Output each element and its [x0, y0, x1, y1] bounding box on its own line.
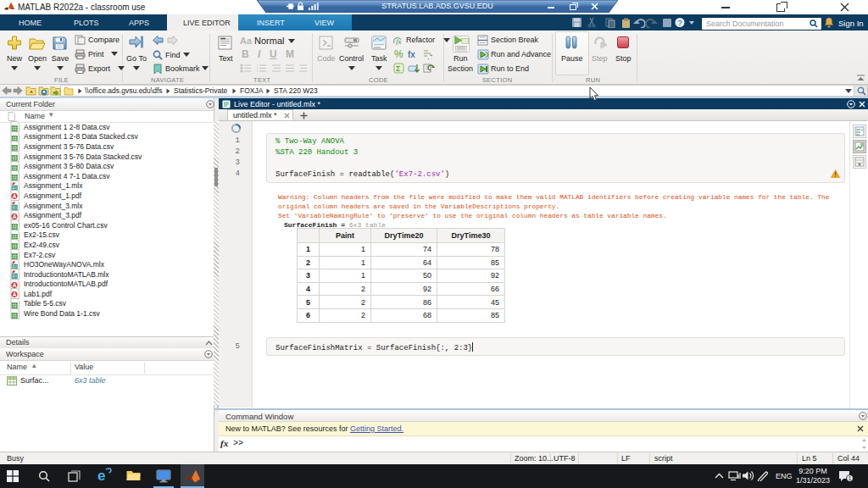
svg-text:1: 1 [849, 475, 852, 481]
svg-text:Σ: Σ [396, 64, 401, 73]
svg-text:fx: fx [408, 50, 415, 59]
svg-text:e: e [97, 468, 105, 484]
svg-text:fx: fx [396, 37, 402, 45]
svg-text:?: ? [677, 19, 682, 27]
